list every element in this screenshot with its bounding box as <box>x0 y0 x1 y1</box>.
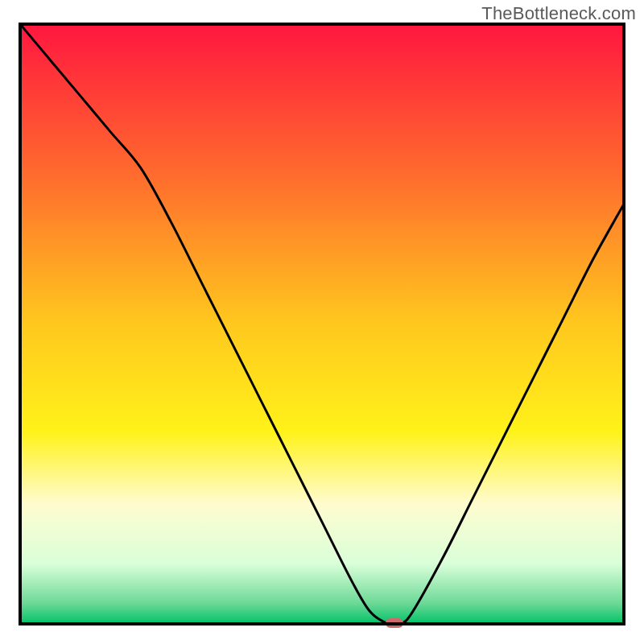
plot-area <box>20 24 624 628</box>
bottleneck-chart <box>0 0 644 644</box>
gradient-background <box>20 24 624 624</box>
chart-stage: TheBottleneck.com <box>0 0 644 644</box>
